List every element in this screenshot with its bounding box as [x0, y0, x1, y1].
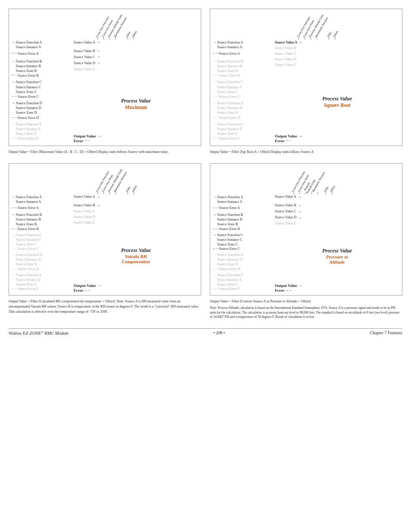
group-e-tl: → Source Function E Source Instance E So… — [12, 122, 72, 141]
page-container: Cross Over Function Cross Over Point Pre… — [9, 9, 402, 336]
diagram-bot-left: Cross Over Function Cross Over Point Pre… — [9, 163, 201, 296]
footer-left: Watlow EZ-ZONE® RMC Module — [9, 330, 68, 336]
svg-text:↓: ↓ — [103, 190, 105, 194]
svg-text:↓: ↓ — [317, 190, 319, 194]
caption-tl: Output Value = Filter [Maximum Value (A … — [9, 149, 201, 155]
process-val-tr: Process Value Square Root — [275, 96, 399, 109]
svg-text:↓: ↓ — [115, 190, 117, 194]
svg-text:↓: ↓ — [109, 36, 111, 39]
group-a-tl: → Source Function A Source Instance A — [12, 40, 72, 50]
zone-b-tl: Source Zone B — [16, 68, 42, 73]
val-e-row-tl: Source Value E → — [74, 67, 198, 71]
arrow-a-tl: → — [12, 40, 15, 44]
col-headers-svg-br: Cross Over Function Cross Over Point Pre… — [261, 167, 352, 194]
group-b-top: → Source Function B Source Instance B So… — [12, 59, 72, 74]
arrow-b-tl: → — [12, 59, 15, 63]
diagram-body-tr: → Source Function A Source Instance A - … — [213, 40, 399, 143]
group-d-tl: → Source Function D Source Instance D So… — [12, 101, 72, 120]
arrow-err-a-tl: - - → — [12, 51, 17, 55]
diagram-body-bl: → Source Function A Source Instance A - … — [12, 195, 198, 293]
output-tl: Output Value → Error - - → — [74, 134, 198, 143]
top-left-col: Cross Over Function Cross Over Point Pre… — [9, 9, 201, 155]
svg-text:↓: ↓ — [127, 36, 129, 39]
footer-center: • 208 • — [213, 330, 225, 335]
arrow-err-b-tl: - - → — [12, 73, 17, 77]
footer-right: Chapter 7 Features — [370, 330, 402, 335]
func-a-tl: Source Function A — [16, 40, 42, 45]
svg-text:↓: ↓ — [311, 190, 313, 194]
val-d-row-tl: Source Value D → — [74, 61, 198, 65]
group-err-a-tl: - - → Source Error A — [12, 51, 72, 56]
inst-a-tl: Source Instance A — [16, 45, 42, 50]
svg-text:↓: ↓ — [316, 36, 318, 39]
svg-text:↓: ↓ — [133, 36, 135, 39]
val-b-row-tl: Source Value B → — [74, 49, 198, 53]
process-val-tl: Process Value Maximum — [74, 98, 198, 111]
group-a-text-tl: Source Function A Source Instance A — [16, 40, 42, 50]
bot-left-col: Cross Over Function Cross Over Point Pre… — [9, 163, 201, 320]
func-b-tl: Source Function B — [16, 59, 42, 64]
bot-right-col: Cross Over Function Cross Over Point Pre… — [210, 163, 402, 320]
col-headers-svg-bl: Cross Over Function Cross Over Point Pre… — [62, 167, 148, 194]
svg-text:↓: ↓ — [310, 36, 312, 39]
top-right-col: Cross Over Function Cross Over Point Pre… — [210, 9, 402, 155]
caption-tr: Output Value = Filter [Sqr Root A + Offs… — [210, 149, 402, 155]
svg-text:↓: ↓ — [115, 36, 117, 39]
svg-text:↓: ↓ — [109, 190, 111, 194]
svg-text:↓: ↓ — [325, 190, 327, 194]
svg-text:↓: ↓ — [328, 36, 330, 39]
svg-text:↓: ↓ — [97, 190, 99, 194]
caption-br: Output Value = Filter [Convert Source A … — [210, 299, 402, 304]
page-footer: Watlow EZ-ZONE® RMC Module • 208 • Chapt… — [9, 328, 402, 336]
note-br: Note: Process Altitude calculation is ba… — [210, 306, 402, 320]
values-tl: Source Value A → Source Value B → Source… — [74, 40, 198, 75]
inst-b-tl: Source Instance B — [16, 64, 42, 68]
svg-text:↓: ↓ — [298, 36, 300, 39]
output-tr: Output Value → Error - - → — [275, 134, 399, 143]
diagram-body-tl: → Source Function A Source Instance A - … — [12, 40, 198, 143]
right-col-tr: Source Value A → Source Value B Source V… — [275, 40, 399, 143]
svg-text:↓: ↓ — [334, 36, 336, 39]
val-a-row-tl: Source Value A → — [74, 40, 198, 44]
caption-bl: Output Value = Filter [Calculated RH com… — [9, 299, 201, 314]
svg-text:↓: ↓ — [305, 190, 307, 194]
group-c-tl: → Source Function C Source Instance C So… — [12, 80, 72, 99]
source-groups-tl: → Source Function A Source Instance A - … — [12, 40, 72, 143]
diagram-top-right: Cross Over Function Cross Over Point Pre… — [210, 9, 402, 146]
source-groups-tr: → Source Function A Source Instance A - … — [213, 40, 273, 143]
diagram-top-left: Cross Over Function Cross Over Point Pre… — [9, 9, 201, 146]
right-col-tl: Source Value A → Source Value B → Source… — [74, 40, 198, 143]
group-b-text-tl: Source Function B Source Instance B Sour… — [16, 59, 42, 74]
col-headers-svg-tl: Cross Over Function Cross Over Point Pre… — [62, 12, 148, 39]
svg-text:↓: ↓ — [133, 190, 135, 194]
svg-text:↓: ↓ — [103, 36, 105, 39]
group-b-tl: → Source Function B Source Instance B So… — [12, 59, 72, 78]
diagram-bot-right: Cross Over Function Cross Over Point Pre… — [210, 163, 402, 296]
svg-text:↓: ↓ — [304, 36, 306, 39]
top-row: Cross Over Function Cross Over Point Pre… — [9, 9, 402, 155]
svg-text:↓: ↓ — [293, 190, 295, 194]
err-a-tl: Source Error A — [18, 51, 38, 56]
val-c-row-tl: Source Value C → — [74, 55, 198, 59]
svg-text:↓: ↓ — [127, 190, 129, 194]
svg-text:↓: ↓ — [97, 36, 99, 39]
bottom-row: Cross Over Function Cross Over Point Pre… — [9, 163, 402, 320]
svg-text:↓: ↓ — [331, 190, 333, 194]
group-b-bot: - - → Source Error B — [12, 73, 72, 78]
err-b-tl: Source Error B — [18, 73, 38, 78]
diagram-body-br: → Source Function A Source Instance A - … — [213, 195, 399, 293]
col-headers-svg-tr: Cross Over Function Cross Over Point Pre… — [263, 12, 349, 39]
svg-text:↓: ↓ — [299, 190, 301, 194]
